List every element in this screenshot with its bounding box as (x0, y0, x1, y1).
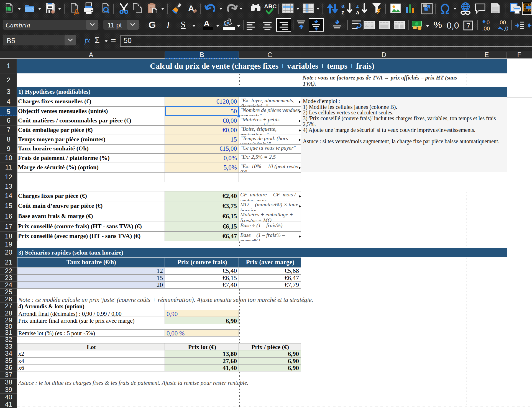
svg-text:,00: ,00 (498, 19, 506, 25)
svg-text:ABC: ABC (264, 3, 277, 9)
svg-text:0: 0 (487, 19, 490, 25)
svg-text:7: 7 (466, 22, 470, 30)
svg-text:,0: ,0 (504, 25, 508, 32)
svg-text:z: z (356, 3, 359, 9)
svg-text:z: z (341, 9, 344, 16)
svg-text:a: a (341, 3, 345, 9)
svg-text:,00: ,00 (482, 25, 490, 32)
svg-text:a: a (356, 9, 359, 16)
